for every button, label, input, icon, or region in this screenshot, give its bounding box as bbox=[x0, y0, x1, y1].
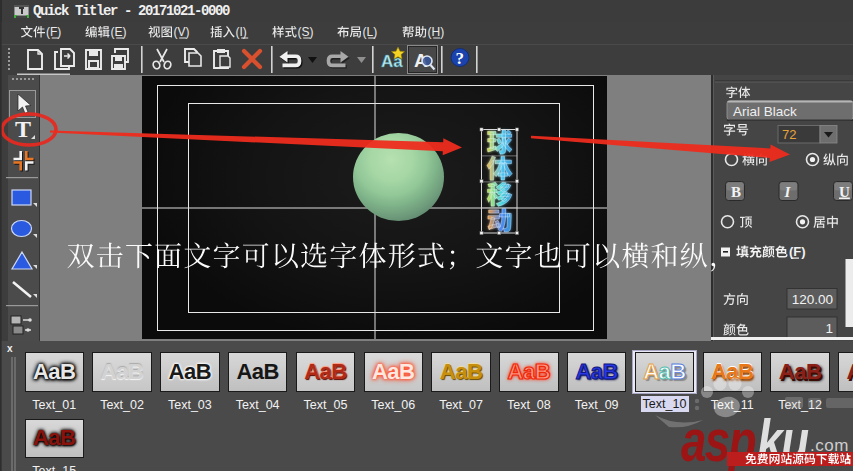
svg-text:!: ! bbox=[846, 453, 850, 465]
